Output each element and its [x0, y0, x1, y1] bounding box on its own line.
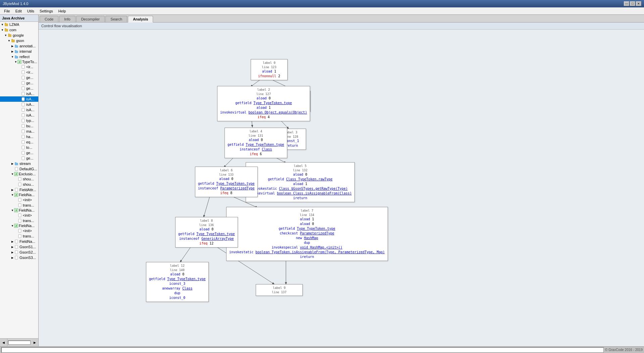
cfg-node-9: label 9 line 137	[256, 284, 303, 296]
sidebar-scrollbar[interactable]	[8, 341, 30, 345]
tree-item-typ[interactable]: typ...	[0, 118, 38, 123]
tree-item-FieldNa4[interactable]: ▶FieldNa...	[0, 239, 38, 244]
tree-item-isA3[interactable]: isA...	[0, 102, 38, 107]
tree-icon-init2	[17, 213, 22, 218]
tab-search[interactable]: Search	[105, 16, 127, 22]
tree-icon-ma	[21, 129, 26, 134]
tree-icon-lzma	[4, 22, 9, 27]
tree-item-DefaultG[interactable]: DefaultG...	[0, 166, 38, 172]
tree-icon-ir2	[21, 70, 26, 75]
tree-item-lzma[interactable]: ▼LZMA	[0, 22, 38, 27]
tree-item-ge4[interactable]: ge...	[0, 150, 38, 156]
scroll-left-button[interactable]: ◀	[0, 339, 7, 346]
tree-item-FieldNa3[interactable]: ▼JFieldNa...	[0, 223, 38, 228]
tree-item-isA2[interactable]: isA...	[0, 96, 38, 102]
tree-label-eq: eq...	[26, 140, 33, 144]
tree-item-annotations[interactable]: ▶annotati...	[0, 43, 38, 49]
tree-item-ir1[interactable]: <ir...	[0, 64, 38, 70]
tree-item-GsonS1[interactable]: ▶GsonS1...	[0, 244, 38, 250]
menu-utils[interactable]: Utils	[24, 8, 37, 14]
tree-item-GsonS3[interactable]: ▶GsonS3...	[0, 255, 38, 260]
tab-code[interactable]: Code	[40, 16, 58, 22]
tree-item-bu[interactable]: bu...	[0, 123, 38, 129]
tree-label-ge2: ge...	[26, 81, 33, 85]
tree-item-com[interactable]: ▼com	[0, 27, 38, 33]
tree-icon-ge3	[21, 86, 26, 91]
svg-rect-22	[22, 108, 24, 112]
tree-item-eq[interactable]: eq...	[0, 139, 38, 145]
tree-item-init1[interactable]: <init>	[0, 197, 38, 203]
tree-item-internal[interactable]: ▶internal	[0, 49, 38, 54]
tree-label-isA2: isA...	[26, 97, 34, 101]
sidebar-tree[interactable]: ▼LZMA▼com▼google▼gson▶annotati...▶intern…	[0, 22, 38, 338]
tree-icon-reflect	[14, 54, 19, 59]
tree-icon-bu	[21, 124, 26, 128]
tree-item-trans1[interactable]: trans...	[0, 203, 38, 208]
menu-help[interactable]: Help	[56, 8, 69, 14]
minimize-button[interactable]: —	[624, 1, 629, 6]
tree-label-FieldNa1: FieldNa...	[19, 193, 35, 197]
menu-edit[interactable]: Edit	[13, 8, 24, 14]
svg-rect-40	[18, 214, 21, 217]
tree-label-FieldNa4: FieldNa...	[19, 239, 35, 244]
tree-arrow-lzma: ▼	[1, 23, 4, 26]
menu-settings[interactable]: Settings	[37, 8, 56, 14]
tree-label-init1: <init>	[23, 198, 32, 202]
tree-item-google[interactable]: ▼google	[0, 33, 38, 38]
tree-item-shou2[interactable]: shou...	[0, 182, 38, 187]
menu-file[interactable]: File	[1, 8, 13, 14]
tree-item-ge5[interactable]: ge...	[0, 156, 38, 161]
scroll-right-button[interactable]: ▶	[31, 339, 38, 346]
tree-item-gson[interactable]: ▼gson	[0, 38, 38, 43]
tree-item-init3[interactable]: <init>	[0, 228, 38, 233]
tree-item-to[interactable]: to...	[0, 145, 38, 150]
tree-item-stream[interactable]: ▶stream	[0, 161, 38, 166]
svg-rect-39	[18, 204, 21, 207]
tree-item-trans3[interactable]: trans...	[0, 233, 38, 239]
tree-item-isA5[interactable]: isA...	[0, 113, 38, 118]
tree-item-FieldNa1[interactable]: ▼JFieldNa...	[0, 192, 38, 197]
tree-item-ge1[interactable]: ge...	[0, 75, 38, 80]
cfg-node-7: label 7 line 134 aload 1 aload 0 getfiel…	[226, 207, 388, 261]
tab-info[interactable]: Info	[59, 16, 75, 22]
tree-item-Exclusion[interactable]: ▼JExclusio...	[0, 172, 38, 176]
tree-item-FieldNa2[interactable]: ▼JFieldNa...	[0, 208, 38, 213]
tree-item-FieldAttr[interactable]: ▶FieldAttr...	[0, 187, 38, 192]
tree-label-trans2: trans...	[23, 219, 34, 223]
statusbar-input[interactable]	[1, 347, 604, 353]
svg-rect-7	[11, 39, 13, 40]
tree-item-isA1[interactable]: isA...	[0, 91, 38, 96]
tree-item-init2[interactable]: <init>	[0, 213, 38, 218]
tree-label-internal: internal	[19, 49, 32, 53]
svg-rect-44	[15, 240, 18, 243]
tree-arrow-Exclusion: ▼	[11, 173, 14, 176]
sidebar: Java Archive ▼LZMA▼com▼google▼gson▶annot…	[0, 15, 39, 346]
tree-label-TypeToken: TypeTo...	[22, 60, 37, 64]
svg-rect-33	[15, 162, 16, 163]
tree-item-trans2[interactable]: trans...	[0, 218, 38, 223]
tree-item-ge2[interactable]: ge...	[0, 80, 38, 86]
tree-item-ha[interactable]: ha...	[0, 134, 38, 139]
tree-item-reflect[interactable]: ▼reflect	[0, 54, 38, 59]
tree-item-shou1[interactable]: shou...	[0, 176, 38, 182]
cfg-node-8: label 8 line 136 aload 0 getfield Type T…	[175, 217, 238, 248]
tree-item-ma[interactable]: ma...	[0, 129, 38, 134]
tree-item-ir2[interactable]: <ir...	[0, 70, 38, 75]
tree-item-isA4[interactable]: isA...	[0, 107, 38, 113]
tab-decompiler[interactable]: Decompiler	[76, 16, 105, 22]
tree-icon-isA4	[21, 107, 26, 112]
statusbar-copyright: © GraxCode 2016 - 2019	[605, 348, 643, 352]
tree-icon-trans3	[17, 234, 22, 238]
flow-area[interactable]: Control flow visualisation	[39, 23, 644, 346]
svg-rect-42	[18, 229, 21, 232]
tree-item-GsonS2[interactable]: ▶GsonS2...	[0, 250, 38, 255]
close-button[interactable]: ✕	[636, 1, 641, 6]
tree-item-ge3[interactable]: ge...	[0, 86, 38, 91]
maximize-button[interactable]: □	[630, 1, 635, 6]
svg-rect-41	[18, 219, 21, 222]
tree-item-TypeToken[interactable]: ▼JTypeTo...	[0, 59, 38, 64]
tree-label-ge4: ge...	[26, 151, 33, 155]
tab-analysis[interactable]: Analysis	[128, 16, 153, 23]
svg-rect-11	[15, 50, 16, 51]
tree-icon-GsonS2	[14, 250, 19, 255]
